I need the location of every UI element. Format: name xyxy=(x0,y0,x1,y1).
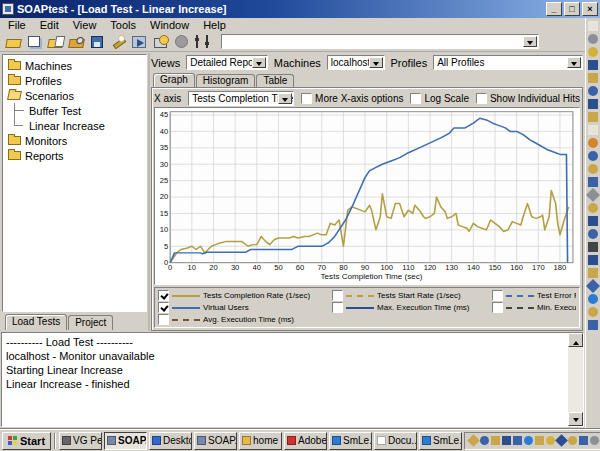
taskbar-button-adobe-5[interactable]: Adobe... xyxy=(284,432,327,450)
xaxis-combobox[interactable]: Tests Completion Time (sec) xyxy=(188,91,294,106)
menu-window[interactable]: Window xyxy=(143,19,196,31)
tree-item-linear-increase[interactable]: Linear Increase xyxy=(5,118,146,133)
taskbar-button-soap-1[interactable]: SOAP... xyxy=(104,432,147,450)
secure-open-icon[interactable] xyxy=(66,33,86,50)
tab-graph[interactable]: Graph xyxy=(153,73,195,87)
tray-icon-10[interactable] xyxy=(568,436,577,445)
right-tool-icon-10[interactable] xyxy=(588,138,598,148)
scroll-up-icon[interactable] xyxy=(568,333,583,347)
chevron-down-icon[interactable] xyxy=(567,57,581,68)
machines-combobox[interactable]: localhost xyxy=(327,55,385,70)
tree-item-scenarios[interactable]: Scenarios xyxy=(5,88,146,103)
menu-view[interactable]: View xyxy=(66,19,104,31)
stop-icon[interactable] xyxy=(171,33,191,50)
tree-item-machines[interactable]: Machines xyxy=(5,58,146,73)
right-tool-icon-6[interactable] xyxy=(588,86,598,96)
taskbar-button-home-4[interactable]: home xyxy=(239,432,282,450)
chevron-down-icon[interactable] xyxy=(523,36,537,47)
right-tool-icon-3[interactable] xyxy=(588,47,598,57)
right-tool-icon-24[interactable] xyxy=(588,320,598,330)
log-scale-checkbox[interactable] xyxy=(410,93,421,104)
taskbar-button-smle-8[interactable]: SmLe... xyxy=(419,432,462,450)
tray-icon-12[interactable] xyxy=(590,436,599,445)
right-tool-icon-16[interactable] xyxy=(588,216,598,226)
tests-completion-rate-1-sec-checkbox[interactable] xyxy=(158,290,169,301)
tray-icon-8[interactable] xyxy=(546,436,555,445)
toolbar-combobox[interactable] xyxy=(221,34,539,49)
tray-icon-11[interactable] xyxy=(579,436,588,445)
taskbar-button-soap-3[interactable]: SOAP... xyxy=(194,432,237,450)
right-tool-icon-21[interactable] xyxy=(586,279,600,293)
wand-icon[interactable] xyxy=(108,33,128,50)
right-tool-icon-2[interactable] xyxy=(588,34,598,44)
right-tool-icon-13[interactable] xyxy=(588,177,598,187)
console-scrollbar[interactable] xyxy=(568,333,583,426)
scroll-down-icon[interactable] xyxy=(568,412,583,426)
chevron-down-icon[interactable] xyxy=(252,57,266,68)
right-tool-icon-22[interactable] xyxy=(588,294,598,304)
minimize-button[interactable]: _ xyxy=(546,2,562,16)
taskbar-button-docu-7[interactable]: Docu... xyxy=(374,432,417,450)
tree-item-monitors[interactable]: Monitors xyxy=(5,133,146,148)
taskbar-button-vg-pe-0[interactable]: VG Pe... xyxy=(59,432,102,450)
right-tool-icon-12[interactable] xyxy=(588,164,598,174)
more-x-axis-options-checkbox[interactable] xyxy=(301,93,312,104)
right-tool-icon-15[interactable] xyxy=(588,203,598,213)
right-tool-icon-20[interactable] xyxy=(588,268,598,278)
right-tool-icon-1[interactable] xyxy=(588,21,598,31)
tab-histogram[interactable]: Histogram xyxy=(196,74,256,87)
tray-icon-4[interactable] xyxy=(502,436,511,445)
right-tool-icon-17[interactable] xyxy=(588,229,598,239)
right-tool-icon-9[interactable] xyxy=(588,125,598,135)
tab-load-tests[interactable]: Load Tests xyxy=(5,314,67,330)
right-tool-icon-7[interactable] xyxy=(588,99,598,109)
right-tool-icon-11[interactable] xyxy=(588,151,598,161)
max-execution-time-ms-checkbox[interactable] xyxy=(332,302,343,313)
scheduled-run-icon[interactable] xyxy=(150,33,170,50)
open-icon[interactable] xyxy=(3,33,23,50)
tab-table[interactable]: Table xyxy=(256,74,294,87)
more-x-axis-options-option[interactable]: More X-axis options xyxy=(301,93,403,104)
profiles-combobox[interactable]: All Profiles xyxy=(433,55,583,70)
tray-icon-9[interactable] xyxy=(555,434,568,447)
tray-icon-1[interactable] xyxy=(467,434,480,447)
restore-button[interactable]: □ xyxy=(564,2,580,16)
show-individual-hits-checkbox[interactable] xyxy=(476,93,487,104)
tests-start-rate-1-sec-checkbox[interactable] xyxy=(332,290,343,301)
tree-item-reports[interactable]: Reports xyxy=(5,148,146,163)
right-tool-icon-23[interactable] xyxy=(588,307,598,317)
tab-project[interactable]: Project xyxy=(68,315,113,330)
paste-window-icon[interactable] xyxy=(24,33,44,50)
right-tool-icon-4[interactable] xyxy=(588,60,598,70)
right-tool-icon-8[interactable] xyxy=(588,112,598,122)
test-error-rate-1-sec-checkbox[interactable] xyxy=(492,290,503,301)
menu-edit[interactable]: Edit xyxy=(33,19,66,31)
start-button[interactable]: Start xyxy=(2,432,51,450)
save-icon[interactable] xyxy=(87,33,107,50)
tray-icon-7[interactable] xyxy=(535,436,544,445)
right-tool-icon-5[interactable] xyxy=(588,73,598,83)
titlebar[interactable]: SOAPtest - [Load Test - Linear Increase]… xyxy=(0,0,600,18)
tray-icon-5[interactable] xyxy=(513,436,522,445)
chevron-down-icon[interactable] xyxy=(278,93,292,104)
avg-execution-time-ms-checkbox[interactable] xyxy=(158,314,169,325)
tree-item-profiles[interactable]: Profiles xyxy=(5,73,146,88)
views-combobox[interactable]: Detailed Report xyxy=(186,55,268,70)
tree-item-buffer-test[interactable]: Buffer Test xyxy=(5,103,146,118)
tray-icon-6[interactable] xyxy=(524,436,533,445)
right-tool-icon-14[interactable] xyxy=(586,188,600,202)
tray-icon-3[interactable] xyxy=(491,436,500,445)
close-button[interactable]: × xyxy=(582,2,598,16)
right-tool-icon-18[interactable] xyxy=(588,242,598,252)
taskbar-button-desktop-2[interactable]: Desktop xyxy=(149,432,192,450)
show-individual-hits-option[interactable]: Show Individual Hits xyxy=(476,93,580,104)
menu-tools[interactable]: Tools xyxy=(103,19,143,31)
virtual-users-checkbox[interactable] xyxy=(158,302,169,313)
chevron-down-icon[interactable] xyxy=(369,57,383,68)
open-report-icon[interactable] xyxy=(45,33,65,50)
min-execution-time-ms-checkbox[interactable] xyxy=(492,302,503,313)
right-tool-icon-19[interactable] xyxy=(588,255,598,265)
run-remote-icon[interactable] xyxy=(129,33,149,50)
taskbar-button-smle-6[interactable]: SmLe... xyxy=(329,432,372,450)
menu-help[interactable]: Help xyxy=(196,19,233,31)
